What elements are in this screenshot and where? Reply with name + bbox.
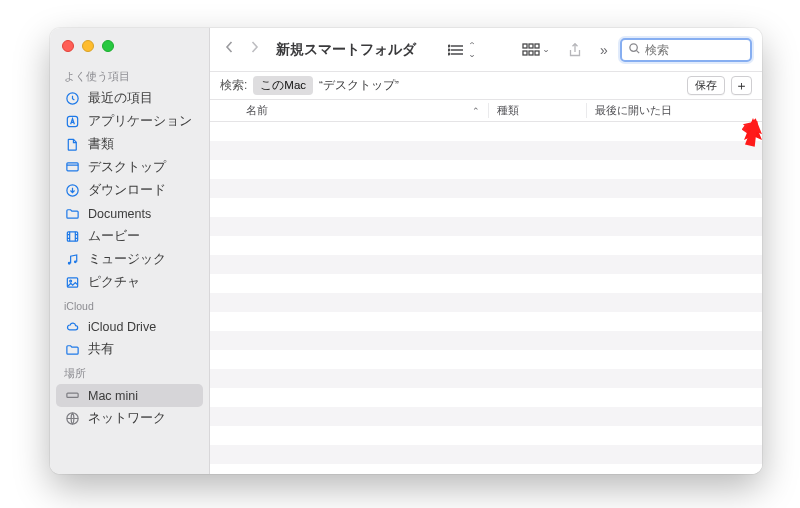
list-row [210,426,762,445]
search-icon [628,42,641,58]
desktop-icon [64,160,80,176]
shared-folder-icon [64,342,80,358]
svg-point-18 [630,43,637,50]
movie-icon [64,229,80,245]
overflow-button[interactable]: » [596,42,612,58]
chevron-updown-icon: ⌃⌄ [468,41,476,59]
toolbar: 新規スマートフォルダ ⌃⌄ ⌄ » [210,28,762,72]
back-button[interactable] [224,39,235,60]
column-name[interactable]: 名前 ⌃ [210,103,488,118]
list-row [210,160,762,179]
list-row [210,369,762,388]
grid-icon [522,42,540,58]
sidebar-item-recents[interactable]: 最近の項目 [50,87,209,110]
list-row [210,445,762,464]
column-date[interactable]: 最後に開いた日 [586,103,762,118]
cloud-icon [64,319,80,335]
results-list [210,122,762,474]
svg-point-10 [448,49,450,51]
sidebar-item-shared[interactable]: 共有 [50,338,209,361]
music-icon [64,252,80,268]
search-field[interactable] [620,38,752,62]
minimize-icon[interactable] [82,40,94,52]
scope-this-mac[interactable]: このMac [253,76,313,95]
svg-point-9 [448,45,450,47]
list-row [210,293,762,312]
list-row [210,179,762,198]
svg-rect-12 [523,44,527,48]
sidebar-item-mac-mini[interactable]: Mac mini [56,384,203,407]
list-row [210,122,762,141]
svg-rect-2 [66,163,77,171]
list-view-icon [448,42,466,58]
scope-desktop[interactable]: “デスクトップ” [319,78,399,93]
sidebar-item-network[interactable]: ネットワーク [50,407,209,430]
share-button[interactable] [562,40,588,60]
sort-caret-icon: ⌃ [472,106,480,116]
sidebar-item-documents[interactable]: 書類 [50,133,209,156]
svg-rect-15 [523,51,527,55]
window-controls [50,36,209,64]
list-row [210,141,762,160]
list-row [210,274,762,293]
doc-icon [64,137,80,153]
group-by-button[interactable]: ⌄ [518,40,554,60]
network-icon [64,411,80,427]
sidebar-item-downloads[interactable]: ダウンロード [50,179,209,202]
zoom-icon[interactable] [102,40,114,52]
save-button[interactable]: 保存 [687,76,725,95]
list-row [210,255,762,274]
add-criteria-button[interactable]: ＋ [731,76,752,95]
list-row [210,236,762,255]
computer-icon [64,388,80,404]
column-kind[interactable]: 種類 [488,103,586,118]
close-icon[interactable] [62,40,74,52]
list-row [210,312,762,331]
sidebar-section-favorites: よく使う項目 [50,64,209,87]
svg-rect-4 [67,232,77,241]
finder-window: よく使う項目 最近の項目 アプリケーション 書類 デスクトップ ダウンロード D… [50,28,762,474]
svg-rect-14 [535,44,539,48]
sidebar-item-desktop[interactable]: デスクトップ [50,156,209,179]
sidebar-item-icloud-drive[interactable]: iCloud Drive [50,315,209,338]
list-row [210,198,762,217]
app-icon [64,114,80,130]
svg-rect-13 [529,44,533,48]
list-row [210,217,762,236]
sidebar-item-applications[interactable]: アプリケーション [50,110,209,133]
view-mode-button[interactable]: ⌃⌄ [444,39,480,61]
sidebar-section-locations: 場所 [50,361,209,384]
svg-point-6 [69,280,71,282]
scope-bar: 検索: このMac “デスクトップ” 保存 ＋ [210,72,762,100]
search-input[interactable] [645,43,762,57]
nav-controls [220,39,264,60]
list-row [210,388,762,407]
sidebar-item-pictures[interactable]: ピクチャ [50,271,209,294]
svg-rect-7 [66,393,77,397]
list-row [210,407,762,426]
chevron-down-icon: ⌄ [542,45,550,54]
sidebar-item-movies[interactable]: ムービー [50,225,209,248]
sidebar-section-icloud: iCloud [50,294,209,315]
svg-rect-17 [535,51,539,55]
folder-icon [64,206,80,222]
sidebar-item-music[interactable]: ミュージック [50,248,209,271]
list-row [210,350,762,369]
window-title: 新規スマートフォルダ [276,41,416,59]
column-headers: 名前 ⌃ 種類 最後に開いた日 [210,100,762,122]
main-content: 新規スマートフォルダ ⌃⌄ ⌄ » 検索: このMac [210,28,762,474]
sidebar: よく使う項目 最近の項目 アプリケーション 書類 デスクトップ ダウンロード D… [50,28,210,474]
share-icon [566,42,584,58]
svg-rect-16 [529,51,533,55]
clock-icon [64,91,80,107]
list-row [210,331,762,350]
forward-button[interactable] [249,39,260,60]
sidebar-item-documents-en[interactable]: Documents [50,202,209,225]
svg-point-11 [448,53,450,55]
picture-icon [64,275,80,291]
download-icon [64,183,80,199]
scope-label: 検索: [220,77,247,94]
